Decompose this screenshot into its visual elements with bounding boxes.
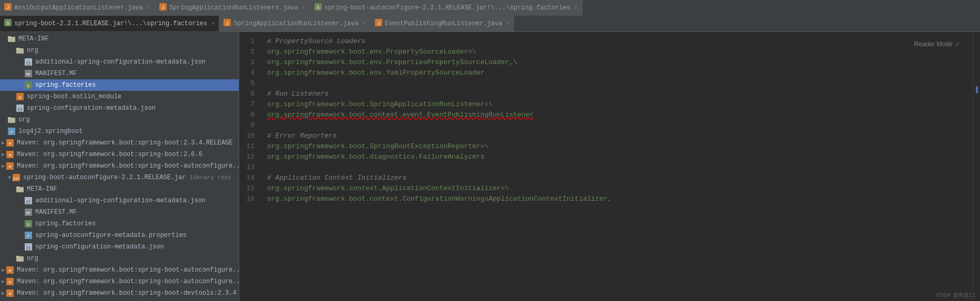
tree-item[interactable]: Plog4j2.springboot bbox=[0, 126, 239, 137]
code-line-6: # Run Listeners bbox=[267, 89, 973, 99]
svg-text:MF: MF bbox=[26, 211, 30, 215]
tree-item-label: spring-boot.kotlin_module bbox=[27, 93, 121, 100]
tab-t2[interactable]: JSpringApplicationRunListeners.java× bbox=[155, 0, 310, 16]
tree-item-label: Maven: org.springframework.boot:spring-b… bbox=[17, 139, 232, 147]
tree-item[interactable]: {}spring-configuration-metadata.json bbox=[0, 102, 239, 114]
tree-item-label: Maven: org.springframework.boot:spring-b… bbox=[17, 151, 202, 158]
spring-tab-icon: S bbox=[314, 3, 322, 13]
tree-item-label: Maven: org.springframework.boot:spring-b… bbox=[17, 278, 239, 285]
java-tab-icon: J bbox=[4, 3, 12, 13]
folder-open-icon bbox=[16, 255, 24, 262]
tree-item[interactable]: Kspring-boot.kotlin_module bbox=[0, 91, 239, 102]
tree-item-label: additional-spring-configuration-metadata… bbox=[35, 58, 206, 66]
tree-item[interactable]: META-INF bbox=[0, 183, 239, 195]
tree-item[interactable]: {}spring-configuration-metadata.json bbox=[0, 241, 239, 253]
folder-open-icon bbox=[8, 116, 15, 123]
tree-item[interactable]: ▶ MMaven: org.springframework.boot:sprin… bbox=[0, 160, 239, 172]
manifest-icon: MF bbox=[25, 70, 32, 77]
gutter-line-7 bbox=[973, 95, 980, 106]
svg-text:S: S bbox=[6, 21, 9, 26]
tab-t1[interactable]: JAnsiOutputApplicationListener.java× bbox=[0, 0, 155, 16]
tree-item[interactable]: ▼ jarspring-boot-autoconfigure-2.2.1.REL… bbox=[0, 172, 239, 183]
library-root-badge: library root bbox=[190, 174, 231, 181]
svg-text:S: S bbox=[317, 5, 319, 11]
svg-text:S: S bbox=[27, 222, 30, 227]
tree-item[interactable]: org bbox=[0, 114, 239, 126]
tree-item[interactable]: MFMANIFEST.MF bbox=[0, 68, 239, 79]
tree-item[interactable]: Pspring-autoconfigure-metadata.propertie… bbox=[0, 230, 239, 241]
tree-item-label: spring.factories bbox=[35, 220, 96, 227]
tree-item[interactable]: ▶ MMaven: org.springframework.boot:sprin… bbox=[0, 264, 239, 276]
tab-close-btn[interactable]: × bbox=[363, 21, 366, 27]
tab-label: spring-boot-2.2.1.RELEASE.jar!\...\sprin… bbox=[14, 20, 207, 27]
tree-item[interactable]: org bbox=[0, 45, 239, 56]
tab-close-btn[interactable]: × bbox=[211, 21, 215, 27]
code-line-1: # PropertySource Loaders bbox=[267, 36, 973, 47]
code-line-16: org.springframework.boot.context.Configu… bbox=[267, 194, 973, 204]
line-number-13: 13 bbox=[239, 162, 259, 173]
folder-open-icon bbox=[16, 185, 24, 193]
tab-close-btn[interactable]: × bbox=[506, 21, 509, 27]
tab-t6[interactable]: JEventPublishingRunListener.java× bbox=[371, 16, 514, 32]
svg-rect-39 bbox=[16, 186, 19, 188]
tree-item[interactable]: ▶ MMaven: org.springframework.boot:sprin… bbox=[0, 137, 239, 149]
tree-arrow-open-icon: ▼ bbox=[8, 175, 11, 181]
tree-item[interactable]: {}additional-spring-configuration-metada… bbox=[0, 56, 239, 68]
tree-item[interactable]: {}additional-spring-configuration-metada… bbox=[0, 195, 239, 206]
tree-item[interactable]: META-INF bbox=[0, 33, 239, 45]
tree-item-label: Maven: org.springframework.boot:spring-b… bbox=[17, 162, 239, 170]
code-line-8: org.springframework.boot.context.event.E… bbox=[267, 110, 973, 120]
code-line-13 bbox=[267, 162, 973, 173]
svg-rect-15 bbox=[16, 48, 19, 49]
tab-close-btn[interactable]: × bbox=[575, 5, 578, 11]
tab-t5[interactable]: JSpringApplicationRunListener.java× bbox=[219, 16, 371, 32]
tree-item-label: META-INF bbox=[27, 185, 57, 193]
svg-text:M: M bbox=[9, 165, 11, 169]
line-numbers: 12345678910111213141516 bbox=[239, 32, 263, 301]
svg-text:S: S bbox=[27, 84, 30, 88]
properties-icon: P bbox=[25, 232, 32, 239]
tree-item-label: spring-boot-autoconfigure-2.2.1.RELEASE.… bbox=[23, 174, 186, 181]
line-number-6: 6 bbox=[239, 89, 259, 99]
code-token: org.springframework.boot.env.PropertySou… bbox=[267, 47, 476, 58]
file-tree: META-INForg{}additional-spring-configura… bbox=[0, 32, 239, 301]
csdn-badge: CSDN @块进11 bbox=[936, 291, 976, 299]
line-number-5: 5 bbox=[239, 78, 259, 89]
tab-close-btn[interactable]: × bbox=[147, 5, 150, 11]
line-number-3: 3 bbox=[239, 57, 259, 68]
main-layout: META-INForg{}additional-spring-configura… bbox=[0, 32, 980, 301]
maven-icon: M bbox=[6, 266, 14, 274]
line-number-11: 11 bbox=[239, 141, 259, 152]
code-line-11: org.springframework.boot.SpringBootExcep… bbox=[267, 141, 973, 152]
java-tab-icon: J bbox=[159, 3, 167, 13]
line-number-2: 2 bbox=[239, 47, 259, 57]
tree-item[interactable]: ▶ MMaven: org.springframework.boot:sprin… bbox=[0, 276, 239, 287]
gutter-line-5 bbox=[973, 74, 980, 85]
svg-text:J: J bbox=[161, 5, 164, 11]
tree-item-label: MANIFEST.MF bbox=[35, 209, 77, 216]
editor-area: 12345678910111213141516 Reader Mode ✓ # … bbox=[239, 32, 980, 301]
tab-t3[interactable]: Sspring-boot-autoconfigure-2.2.1.RELEASE… bbox=[310, 0, 583, 16]
code-line-5 bbox=[267, 78, 973, 89]
svg-text:K: K bbox=[19, 95, 22, 100]
code-line-2: org.springframework.boot.env.PropertySou… bbox=[267, 47, 973, 57]
tree-item-label: Maven: org.springframework.boot:spring-b… bbox=[17, 266, 239, 274]
code-line-15: org.springframework.context.ApplicationC… bbox=[267, 183, 973, 194]
tree-item[interactable]: Sspring.factories bbox=[0, 218, 239, 230]
tree-item-label: spring-configuration-metadata.json bbox=[27, 105, 156, 112]
tree-item[interactable]: ▶ MMaven: org.springframework.boot:sprin… bbox=[0, 287, 239, 299]
tree-item[interactable]: ▶ MMaven: org.springframework.boot:sprin… bbox=[0, 149, 239, 160]
java-tab-icon: J bbox=[223, 19, 231, 28]
tree-item[interactable]: Sspring.factories bbox=[0, 79, 239, 91]
kotlin-icon: K bbox=[16, 93, 24, 100]
tree-item[interactable]: org bbox=[0, 253, 239, 264]
line-number-7: 7 bbox=[239, 99, 259, 110]
json-icon: {} bbox=[25, 58, 32, 66]
tab-close-btn[interactable]: × bbox=[302, 5, 305, 11]
code-token: org.springframework.boot.SpringBootExcep… bbox=[267, 141, 488, 152]
tree-item-label: additional-spring-configuration-metadata… bbox=[35, 197, 206, 204]
tree-item-label: META-INF bbox=[18, 35, 49, 43]
tab-t4[interactable]: Sspring-boot-2.2.1.RELEASE.jar!\...\spri… bbox=[0, 16, 219, 32]
svg-rect-27 bbox=[8, 117, 11, 119]
tree-item[interactable]: MFMANIFEST.MF bbox=[0, 206, 239, 218]
